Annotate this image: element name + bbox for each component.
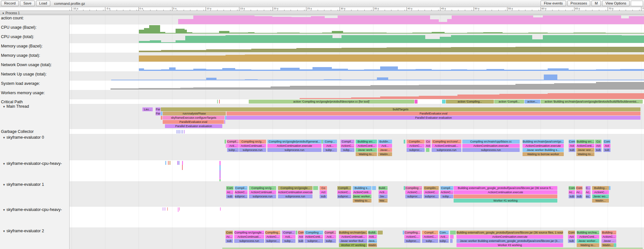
counter-segment[interactable] bbox=[325, 18, 338, 24]
trace-block[interactable]: Building src... bbox=[576, 140, 594, 144]
trace-block[interactable]: Com bbox=[298, 231, 304, 234]
trace-block[interactable]: ActionConti... bbox=[576, 144, 594, 148]
thread-label-skyframe-evaluator-1[interactable]: ▼skyframe-evaluator 1 bbox=[3, 182, 44, 187]
counter-segment[interactable] bbox=[548, 93, 644, 99]
counter-segment[interactable] bbox=[504, 70, 524, 71]
trace-block[interactable]: Compiling src/g... bbox=[249, 186, 276, 190]
trace-block[interactable]: ActionContinuati... bbox=[249, 190, 276, 194]
collapse-arrow-icon[interactable]: ▼ bbox=[3, 136, 5, 139]
trace-block[interactable]: Par bbox=[156, 107, 160, 111]
worker-bar-clipped[interactable] bbox=[222, 248, 643, 249]
counter-segment[interactable] bbox=[528, 33, 548, 34]
counter-segment[interactable] bbox=[161, 69, 169, 71]
counter-segment[interactable] bbox=[267, 70, 280, 71]
trace-block[interactable]: Compiling src/g... bbox=[239, 140, 266, 144]
trace-block[interactable]: Buildin... bbox=[378, 140, 392, 144]
counter-segment[interactable] bbox=[176, 40, 185, 43]
counter-segment[interactable] bbox=[439, 22, 447, 24]
trace-block[interactable]: Waitin... bbox=[368, 243, 377, 247]
trace-block[interactable]: subp... bbox=[341, 148, 354, 152]
trace-tick[interactable] bbox=[169, 161, 170, 165]
trace-block[interactable]: Act bbox=[595, 144, 601, 148]
counter-segment[interactable] bbox=[515, 84, 554, 90]
flow-events-button[interactable]: Flow events bbox=[541, 1, 566, 6]
trace-block[interactable] bbox=[372, 186, 376, 190]
trace-block[interactable]: Compil... bbox=[440, 186, 453, 190]
counter-segment[interactable] bbox=[380, 66, 398, 71]
trace-block[interactable]: action 'Compiling src/google/protobuf/de… bbox=[249, 100, 414, 104]
counter-segment[interactable] bbox=[377, 77, 388, 80]
counter-segment[interactable] bbox=[380, 96, 419, 99]
trace-block[interactable]: Compilin... bbox=[424, 186, 439, 190]
trace-block[interactable] bbox=[614, 243, 616, 247]
counter-segment[interactable] bbox=[343, 33, 361, 34]
trace-block[interactable]: ActionC... bbox=[265, 235, 280, 239]
process-header[interactable]: ▼Process 1 bbox=[0, 11, 644, 15]
trace-tick[interactable] bbox=[178, 161, 179, 165]
trace-block[interactable]: subp... bbox=[422, 239, 438, 243]
counter-segment[interactable] bbox=[361, 33, 387, 34]
trace-block[interactable]: Building src... bbox=[356, 140, 377, 144]
trace-block[interactable]: Javac worker Building external/com_googl… bbox=[457, 239, 563, 243]
counter-segment[interactable] bbox=[606, 33, 644, 34]
counter-segment[interactable] bbox=[338, 15, 430, 24]
counter-track-network-down-usage-total-[interactable] bbox=[0, 62, 644, 71]
counter-segment[interactable] bbox=[548, 68, 569, 71]
trace-tick[interactable] bbox=[219, 161, 221, 165]
trace-block[interactable]: ActionContinuati... bbox=[339, 235, 367, 239]
counter-segment[interactable] bbox=[187, 32, 192, 34]
counter-segment[interactable] bbox=[569, 70, 596, 71]
trace-tick[interactable] bbox=[219, 179, 221, 181]
trace-block[interactable]: Ac... bbox=[586, 190, 591, 194]
counter-segment[interactable] bbox=[251, 70, 267, 71]
trace-block[interactable]: Com bbox=[569, 186, 575, 190]
trace-block[interactable]: ActionContinuation.execute bbox=[454, 190, 557, 194]
trace-block[interactable]: subproc... bbox=[405, 194, 422, 198]
trace-block[interactable]: ActionC... bbox=[235, 190, 247, 194]
trace-block[interactable]: subproc... bbox=[337, 194, 351, 198]
counter-segment[interactable] bbox=[324, 79, 341, 80]
trace-block[interactable]: Compilin... bbox=[407, 140, 425, 144]
trace-block[interactable]: subprocess.run bbox=[267, 148, 322, 152]
trace-tick[interactable] bbox=[179, 130, 180, 134]
trace-block[interactable]: subp... bbox=[439, 239, 449, 243]
trace-block[interactable]: Waitin... bbox=[378, 152, 392, 156]
counter-segment[interactable] bbox=[596, 69, 620, 71]
trace-block[interactable]: action... bbox=[524, 100, 540, 104]
counter-segment[interactable] bbox=[271, 86, 290, 90]
trace-block[interactable]: Acti... bbox=[282, 235, 295, 239]
trace-block[interactable]: Ac... bbox=[576, 190, 582, 194]
counter-segment[interactable] bbox=[229, 33, 248, 34]
counter-segment[interactable] bbox=[543, 35, 622, 43]
counter-segment[interactable] bbox=[290, 86, 370, 90]
trace-block[interactable]: Compi... bbox=[282, 231, 295, 234]
trace-block[interactable]: Act bbox=[298, 235, 304, 239]
counter-segment[interactable] bbox=[620, 69, 644, 71]
trace-block[interactable]: subproc... bbox=[407, 148, 425, 152]
collapse-arrow-icon[interactable]: ▼ bbox=[3, 230, 5, 233]
counter-segment[interactable] bbox=[457, 95, 499, 99]
trace-block[interactable]: Co bbox=[425, 140, 431, 144]
counter-segment[interactable] bbox=[557, 80, 596, 80]
counter-segment[interactable] bbox=[139, 30, 144, 34]
trace-block[interactable] bbox=[313, 186, 318, 190]
counter-segment[interactable] bbox=[341, 35, 425, 43]
trace-block[interactable]: Act bbox=[425, 144, 431, 148]
counter-segment[interactable] bbox=[206, 69, 222, 71]
trace-block[interactable]: Worker #7 working bbox=[339, 243, 367, 247]
trace-block[interactable]: Compil... bbox=[341, 140, 354, 144]
counter-segment[interactable] bbox=[149, 25, 160, 34]
trace-block[interactable]: subproc... bbox=[235, 194, 247, 198]
counter-segment[interactable] bbox=[332, 31, 343, 34]
trace-block[interactable]: Co bbox=[320, 186, 327, 190]
trace-block[interactable]: sub bbox=[298, 239, 304, 243]
counter-segment[interactable] bbox=[524, 70, 548, 71]
track-area[interactable]: action 'Compiling src/google/protobuf/de… bbox=[0, 15, 644, 249]
trace-block[interactable]: Com bbox=[568, 231, 575, 234]
trace-block[interactable]: Acti... bbox=[439, 235, 449, 239]
counter-segment[interactable] bbox=[332, 38, 341, 43]
counter-segment[interactable] bbox=[219, 31, 229, 34]
trace-block[interactable]: sub bbox=[603, 148, 610, 152]
trace-block[interactable]: Compiling src/google... bbox=[278, 186, 312, 190]
trace-block[interactable]: Act bbox=[320, 190, 327, 194]
